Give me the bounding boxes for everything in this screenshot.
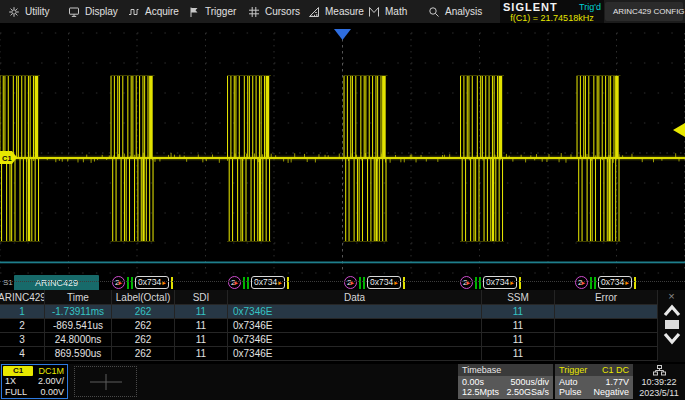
trigger-panel[interactable]: Trigger C1 DC Auto 1.77V Pulse Negative — [555, 364, 633, 399]
decode-start-bar — [479, 277, 481, 289]
decode-bubble: 2▸0x734▸ — [112, 274, 173, 291]
cell-index: 1 — [0, 305, 45, 319]
menu-item-measure[interactable]: Measure — [300, 0, 360, 23]
menu-item-cursors[interactable]: Cursors — [240, 0, 300, 23]
channel1-coupling: DC1M — [38, 366, 67, 376]
channel1-panel[interactable]: C1 DC1M 1X 2.00V/ FULL 0.00V — [1, 364, 68, 399]
decode-end-bar — [287, 277, 289, 289]
cell-label: 262 — [112, 319, 175, 333]
trigger-title: Trigger — [559, 365, 587, 375]
menu-item-label: Display — [85, 6, 118, 17]
cell-error — [555, 305, 658, 319]
cell-time: -869.541us — [45, 319, 112, 333]
decode-label-bubble: 2▸ — [575, 276, 588, 289]
cell-index: 2 — [0, 319, 45, 333]
decode-label-bubble: 2▸ — [228, 276, 241, 289]
status-bar: C1 DC1M 1X 2.00V/ FULL 0.00V Timebase 0.… — [0, 364, 685, 400]
brand-block: SIGLENT Trig'd f(C1) = 21.74518kHz — [500, 0, 604, 23]
status-date: 2023/5/11 — [639, 389, 678, 398]
grid-separator — [0, 281, 685, 282]
decode-start-bar — [475, 277, 477, 289]
decode-data-bubble: 0x734▸ — [483, 276, 517, 289]
cell-index: 4 — [0, 347, 45, 361]
menu-item-label: Math — [385, 6, 407, 17]
trigger-level-marker[interactable] — [673, 123, 685, 137]
trigger-type: Pulse — [559, 388, 582, 397]
timebase-samplerate: 2.50GSa/s — [506, 388, 549, 397]
decode-start-bar — [359, 277, 361, 289]
decode-table: ARINC429TimeLabel(Octal)SDIDataSSMError1… — [0, 290, 658, 361]
table-row[interactable]: 324.8000ns262110x7346E11 — [0, 333, 658, 347]
table-header-cell: Error — [555, 290, 658, 305]
decode-label-bubble: 2▸ — [460, 276, 473, 289]
cell-ssm: 11 — [482, 319, 555, 333]
menu-item-label: Measure — [325, 6, 364, 17]
decode-end-bar — [403, 277, 405, 289]
decode-end-bar — [634, 277, 636, 289]
decode-start-bar — [247, 277, 249, 289]
trigger-source: C1 DC — [602, 365, 629, 375]
add-channel-button[interactable] — [74, 366, 137, 397]
decode-bubble: 2▸0x734▸ — [228, 274, 289, 291]
gear-icon — [8, 6, 20, 18]
decode-end-bar — [519, 277, 521, 289]
decode-label-bubble: 2▸ — [112, 276, 125, 289]
decode-start-bar — [590, 277, 592, 289]
channel1-offset: 0.00V — [40, 387, 64, 398]
status-time: 10:39:22 — [641, 378, 676, 387]
menu-item-utility[interactable]: Utility — [0, 0, 60, 23]
network-icon — [653, 365, 666, 376]
cell-label: 262 — [112, 305, 175, 319]
trigger-level: 1.77V — [605, 378, 629, 387]
math-icon — [368, 6, 380, 18]
menu-item-acquire[interactable]: Acquire — [120, 0, 180, 23]
table-header-cell: ARINC429 — [0, 290, 45, 305]
svg-text:C1: C1 — [2, 154, 12, 163]
cell-ssm: 11 — [482, 333, 555, 347]
table-header-cell: SDI — [175, 290, 228, 305]
menu-item-label: Acquire — [145, 6, 179, 17]
menu-item-label: Analysis — [445, 6, 482, 17]
bus-slot-label: S1 — [3, 278, 13, 287]
table-header-row: ARINC429TimeLabel(Octal)SDIDataSSMError — [0, 290, 658, 305]
table-close-icon[interactable]: × — [658, 290, 685, 303]
decode-end-bar — [171, 277, 173, 289]
decode-bubble: 2▸0x734▸ — [460, 274, 521, 291]
cell-data: 0x7346E — [228, 347, 482, 361]
timebase-panel[interactable]: Timebase 0.00s 500us/div 12.5Mpts 2.50GS… — [458, 364, 553, 399]
cell-ssm: 11 — [482, 305, 555, 319]
channel1-badge: C1 — [3, 366, 33, 376]
menu-item-trigger[interactable]: Trigger — [180, 0, 240, 23]
cell-time: -1.73911ms — [45, 305, 112, 319]
timebase-memory: 12.5Mpts — [462, 388, 499, 397]
menu-item-analysis[interactable]: Analysis — [420, 0, 480, 23]
table-header-cell: Time — [45, 290, 112, 305]
menu-item-math[interactable]: Math — [360, 0, 420, 23]
bus-name-box[interactable]: ARINC429 — [14, 275, 99, 291]
cell-error — [555, 319, 658, 333]
decode-bubble: 2▸0x734▸ — [344, 274, 405, 291]
table-scrollbar: × — [658, 290, 685, 362]
scroll-down-icon[interactable] — [662, 331, 682, 346]
cell-data: 0x7346E — [228, 333, 482, 347]
cell-data: 0x7346E — [228, 305, 482, 319]
cell-sdi: 11 — [175, 333, 228, 347]
trigger-mode: Auto — [559, 378, 578, 387]
decode-bubble: 2▸0x734▸ — [575, 274, 636, 291]
menu-item-label: Cursors — [265, 6, 300, 17]
table-row[interactable]: 1-1.73911ms262110x7346E11 — [0, 305, 658, 319]
timebase-scale: 500us/div — [510, 378, 549, 387]
flag-icon — [188, 6, 200, 18]
menu-item-display[interactable]: Display — [60, 0, 120, 23]
acquire-icon — [128, 6, 140, 18]
cell-sdi: 11 — [175, 319, 228, 333]
trigger-position-marker[interactable] — [334, 29, 351, 40]
decode-start-bar — [243, 277, 245, 289]
arinc429-config-button[interactable]: ARINC429 CONFIG — [605, 2, 683, 21]
cell-sdi: 11 — [175, 305, 228, 319]
scroll-up-icon[interactable] — [662, 303, 682, 318]
decode-data-bubble: 0x734▸ — [367, 276, 401, 289]
scrollbar-thumb[interactable] — [665, 320, 679, 329]
table-row[interactable]: 2-869.541us262110x7346E11 — [0, 319, 658, 333]
table-row[interactable]: 4869.590us262110x7346E11 — [0, 347, 658, 361]
